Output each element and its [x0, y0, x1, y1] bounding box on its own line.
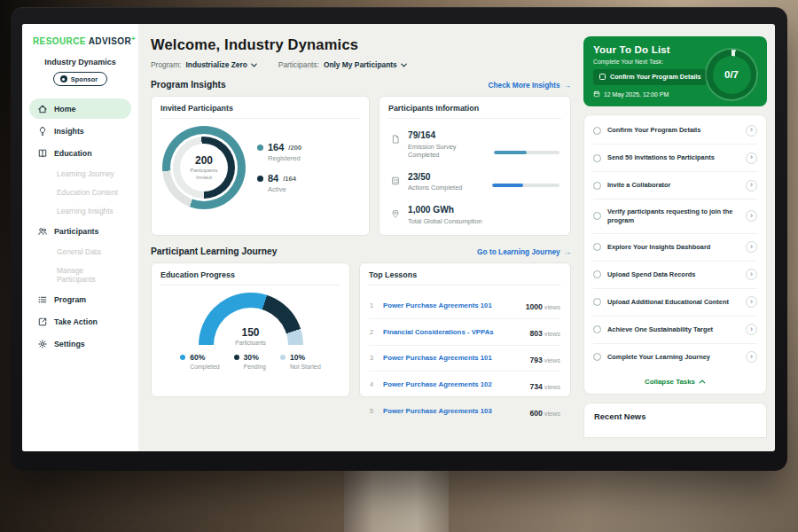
active-dot — [257, 176, 263, 182]
chevron-right-icon[interactable]: › — [746, 269, 757, 280]
not-started-dot — [280, 355, 286, 360]
chevron-right-icon[interactable]: › — [746, 210, 757, 222]
lesson-link[interactable]: Financial Considerations - VPPAs — [383, 328, 523, 336]
sidebar-item-participants[interactable]: Participants — [29, 221, 131, 241]
registered-label: Registered — [268, 154, 301, 162]
task-row[interactable]: Send 50 Invitations to Participants › — [593, 145, 757, 172]
pending-label: Pending — [244, 364, 266, 370]
check-more-insights-link[interactable]: Check More Insights → — [489, 81, 571, 90]
task-row[interactable]: Upload Additional Educational Content › — [593, 289, 757, 317]
active-suffix: /164 — [283, 175, 296, 183]
sponsor-label: Sponsor — [71, 75, 98, 83]
program-insights-section: Program Insights Check More Insights → — [151, 80, 571, 90]
recent-news-title: Recent News — [594, 411, 645, 421]
legend-completed: 60% Completed — [180, 353, 219, 370]
checkbox-icon[interactable] — [593, 353, 601, 361]
sidebar-item-program[interactable]: Program — [29, 289, 131, 309]
sidebar-item-general-data[interactable]: General Data — [29, 242, 131, 261]
lesson-row: 5 Power Purchase Agreements 103 600views — [369, 398, 561, 424]
pending-dot — [234, 355, 239, 360]
actions-completed-progressbar — [492, 184, 559, 187]
next-task-chip[interactable]: Confirm Your Program Details — [593, 69, 707, 85]
sidebar-item-settings[interactable]: Settings — [29, 333, 131, 354]
program-filter[interactable]: Program: Industrialize Zero — [151, 60, 257, 69]
checkbox-icon[interactable] — [593, 325, 601, 333]
chevron-right-icon[interactable]: › — [746, 180, 757, 192]
lesson-link[interactable]: Power Purchase Agreements 101 — [383, 301, 520, 309]
gauge-center-label: Participants — [235, 340, 265, 345]
arrow-right-icon: → — [564, 247, 571, 256]
sidebar-item-home[interactable]: Home — [29, 98, 131, 119]
legend-registered: 164 /200 Registered — [257, 142, 301, 162]
chevron-right-icon[interactable]: › — [746, 241, 757, 253]
lesson-link[interactable]: Power Purchase Agreements 101 — [383, 354, 523, 362]
lesson-link[interactable]: Power Purchase Agreements 103 — [383, 407, 523, 415]
main-content: Welcome, Industry Dynamics Program: Indu… — [138, 24, 582, 451]
document-icon — [390, 132, 401, 148]
sidebar-item-take-action[interactable]: Take Action — [29, 311, 131, 332]
task-row[interactable]: Upload Spend Data Records › — [593, 262, 757, 289]
learning-journey-section: Participant Learning Journey Go to Learn… — [151, 246, 571, 256]
book-icon — [37, 148, 48, 159]
sidebar: RESOURCE ADVISOR+ Industry Dynamics Spon… — [22, 24, 138, 451]
chevron-right-icon[interactable]: › — [746, 153, 757, 164]
gear-icon — [37, 339, 48, 349]
sidebar-item-education[interactable]: Education — [29, 143, 131, 163]
completed-label: Completed — [190, 364, 219, 370]
sidebar-item-education-content[interactable]: Education Content — [29, 183, 131, 201]
global-consumption-value: 1,000 GWh — [408, 205, 482, 215]
active-value: 84 — [268, 173, 278, 184]
sidebar-item-label: Education — [54, 149, 92, 158]
home-icon — [37, 104, 48, 114]
chevron-down-icon[interactable] — [401, 63, 407, 67]
logo-text-secondary: ADVISOR — [89, 36, 131, 46]
lesson-link[interactable]: Power Purchase Agreements 102 — [383, 380, 523, 388]
sidebar-item-learning-journey[interactable]: Learning Journey — [29, 164, 131, 183]
task-row[interactable]: Achieve One Sustainability Target › — [593, 317, 757, 344]
task-row[interactable]: Explore Your Insights Dashboard › — [593, 234, 757, 262]
checkbox-icon[interactable] — [593, 270, 601, 278]
task-row[interactable]: Invite a Collaborator › — [593, 172, 757, 200]
checkbox-icon[interactable] — [593, 243, 601, 251]
chevron-right-icon[interactable]: › — [746, 296, 757, 308]
sidebar-item-label: Insights — [54, 127, 84, 136]
task-row[interactable]: Complete Your Learning Journey › — [593, 344, 757, 371]
sidebar-item-label: Take Action — [54, 317, 98, 326]
lesson-row: 1 Power Purchase Agreements 101 1000view… — [369, 293, 561, 319]
collapse-tasks-link[interactable]: Collapse Tasks — [593, 371, 757, 392]
task-row[interactable]: Verify participants requesting to join t… — [593, 200, 757, 234]
donut-center-value: 200 — [195, 154, 213, 167]
location-pin-icon — [390, 207, 401, 223]
todo-task-list-card: Confirm Your Program Details › Send 50 I… — [583, 114, 767, 395]
page-title: Welcome, Industry Dynamics — [151, 36, 571, 53]
sidebar-item-insights[interactable]: Insights — [29, 121, 131, 141]
checkbox-icon[interactable] — [593, 298, 601, 306]
checkbox-icon[interactable] — [599, 74, 606, 80]
checkbox-icon[interactable] — [593, 127, 601, 135]
task-row[interactable]: Confirm Your Program Details › — [593, 117, 757, 145]
sponsor-badge[interactable]: Sponsor — [53, 72, 107, 86]
app-screen: RESOURCE ADVISOR+ Industry Dynamics Spon… — [22, 24, 775, 451]
participants-information-card: Participants Information 79/164 Emission… — [379, 96, 571, 236]
sidebar-item-manage-participants[interactable]: Manage Participants — [29, 261, 131, 288]
sidebar-item-label: Participants — [54, 227, 98, 236]
calendar-icon — [593, 90, 600, 98]
action-arrow-icon — [37, 317, 48, 327]
sidebar-nav: Home Insights Education Learning Journey… — [29, 98, 131, 355]
actions-completed-value: 23/50 — [408, 172, 462, 182]
chevron-down-icon[interactable] — [251, 63, 257, 67]
lesson-row: 3 Power Purchase Agreements 101 793views — [369, 346, 561, 372]
section-title: Program Insights — [151, 80, 226, 90]
go-to-learning-journey-link[interactable]: Go to Learning Journey → — [477, 247, 571, 256]
checkbox-icon[interactable] — [593, 212, 601, 220]
chevron-right-icon[interactable]: › — [746, 324, 757, 335]
checkbox-icon[interactable] — [593, 154, 601, 162]
chevron-up-icon — [699, 379, 706, 384]
lesson-row: 4 Power Purchase Agreements 102 734views — [369, 372, 561, 398]
sidebar-item-learning-insights[interactable]: Learning Insights — [29, 201, 131, 220]
recent-news-card: Recent News — [583, 403, 767, 438]
chevron-right-icon[interactable]: › — [746, 351, 757, 363]
participants-filter[interactable]: Participants: Only My Participants — [278, 60, 407, 69]
checkbox-icon[interactable] — [593, 182, 601, 190]
chevron-right-icon[interactable]: › — [746, 125, 757, 137]
